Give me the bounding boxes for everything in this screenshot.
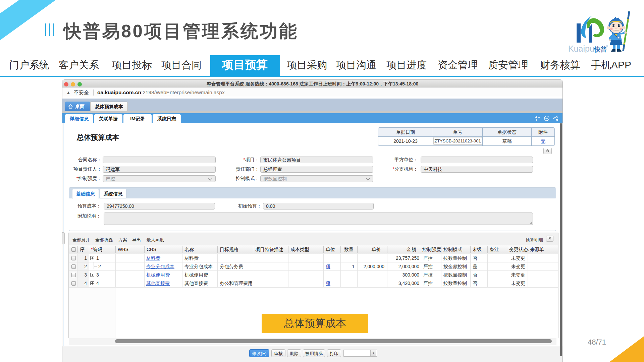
svg-text:®: ® xyxy=(606,45,608,48)
svg-text:IM: IM xyxy=(545,117,548,120)
svg-text:快普: 快普 xyxy=(593,46,607,53)
svg-text:Kuaipu: Kuaipu xyxy=(568,44,594,53)
